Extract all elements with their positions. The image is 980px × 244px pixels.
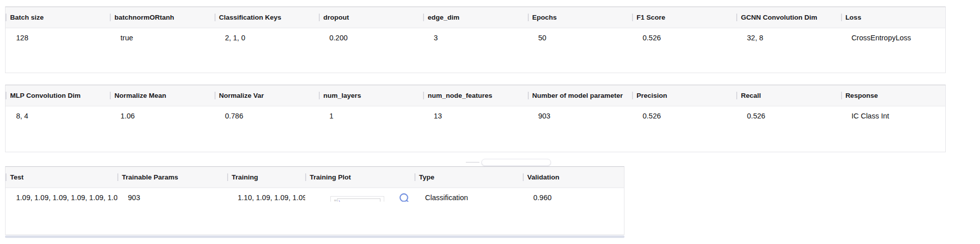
run-parameters-table-1: Batch size batchnormORtanh Classificatio… [5,7,946,73]
cell-dropout: 0.200 [319,28,423,42]
cell-recall: 0.526 [736,106,841,120]
cell-trainable-params: 903 [117,188,227,202]
cell-classification-keys: 2, 1, 0 [215,28,319,42]
column-header-num-layers[interactable]: num_layers [319,85,423,106]
column-header-classification-keys[interactable]: Classification Keys [215,7,319,28]
cell-normalize-mean: 1.06 [110,106,214,120]
table-3-data-row: 1.09, 1.09, 1.09, 1.09, 1.09, 1.09 903 1… [6,188,624,202]
table-3-header-row: Test Trainable Params Training Training … [6,167,624,188]
table-1-data-row: 128 true 2, 1, 0 0.200 3 50 0.526 32, 8 … [6,28,945,42]
column-header-type[interactable]: Type [414,167,523,188]
column-header-mlp-convolution-dim[interactable]: MLP Convolution Dim [6,85,110,106]
runs-detail-page: Batch size batchnormORtanh Classificatio… [0,0,980,244]
column-header-response[interactable]: Response [841,85,945,106]
table-2-data-row: 8, 4 1.06 0.786 1 13 903 0.526 0.526 IC … [6,106,945,120]
column-header-loss[interactable]: Loss [841,7,945,28]
cell-validation: 0.960 [523,188,625,202]
run-parameters-table-2: MLP Convolution Dim Normalize Mean Norma… [5,85,946,152]
column-header-epochs[interactable]: Epochs [528,7,632,28]
column-header-num-model-parameters[interactable]: Number of model parameter [528,85,632,106]
run-results-table-3: Test Trainable Params Training Training … [5,166,624,235]
column-header-precision[interactable]: Precision [632,85,736,106]
cell-num-layers: 1 [319,106,423,120]
cell-training: 1.10, 1.09, 1.09, 1.09, 1.09 [227,188,305,202]
column-header-dropout[interactable]: dropout [319,7,423,28]
column-header-trainable-params[interactable]: Trainable Params [117,167,227,188]
cell-type: Classification [414,188,523,202]
column-header-f1-score[interactable]: F1 Score [632,7,736,28]
cell-precision: 0.526 [632,106,736,120]
cell-gcnn-convolution-dim: 32, 8 [736,28,841,42]
column-header-validation[interactable]: Validation [523,167,625,188]
column-header-training-plot[interactable]: Training Plot [305,167,414,188]
column-header-training[interactable]: Training [227,167,305,188]
cell-mlp-convolution-dim: 8, 4 [6,106,110,120]
column-header-recall[interactable]: Recall [736,85,841,106]
cell-training-plot: 2.22.01.81.61.41.21.001020304050Epoch [305,188,414,202]
column-header-edge-dim[interactable]: edge_dim [423,7,527,28]
magnifier-icon[interactable] [398,192,411,202]
column-header-normalize-var[interactable]: Normalize Var [215,85,319,106]
column-header-batch-size[interactable]: Batch size [6,7,110,28]
cell-num-node-features: 13 [423,106,527,120]
cell-batch-size: 128 [6,28,110,42]
column-header-num-node-features[interactable]: num_node_features [423,85,527,106]
table-2-header-row: MLP Convolution Dim Normalize Mean Norma… [6,85,945,106]
clipped-pill-control[interactable] [481,159,551,166]
cell-num-model-parameters: 903 [528,106,632,120]
svg-text:2.2: 2.2 [334,200,337,202]
training-plot-chart: 2.22.01.81.61.41.21.001020304050Epoch [331,197,384,202]
cell-batchnormortanh: true [110,28,214,42]
cell-f1-score: 0.526 [632,28,736,42]
cell-test: 1.09, 1.09, 1.09, 1.09, 1.09, 1.09 [6,188,117,202]
training-plot-thumbnail[interactable]: 2.22.01.81.61.41.21.001020304050Epoch [330,196,384,202]
table-1-header-row: Batch size batchnormORtanh Classificatio… [6,7,945,28]
cell-edge-dim: 3 [423,28,527,42]
horizontal-scrollbar[interactable] [5,235,624,238]
column-header-normalize-mean[interactable]: Normalize Mean [110,85,214,106]
column-header-gcnn-convolution-dim[interactable]: GCNN Convolution Dim [736,7,841,28]
cell-response: IC Class Int [841,106,945,120]
clipped-divider [466,162,479,163]
cell-loss: CrossEntropyLoss [841,28,945,42]
column-header-batchnormortanh[interactable]: batchnormORtanh [110,7,214,28]
cell-epochs: 50 [528,28,632,42]
cell-normalize-var: 0.786 [215,106,319,120]
column-header-test[interactable]: Test [6,167,117,188]
